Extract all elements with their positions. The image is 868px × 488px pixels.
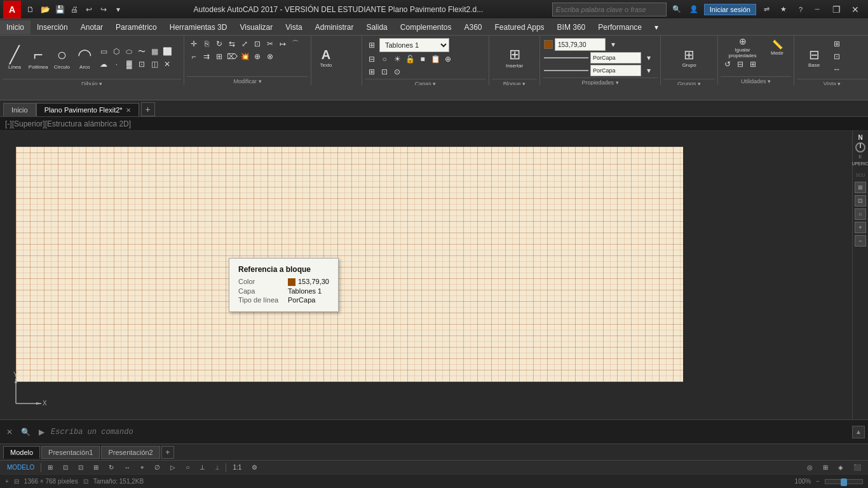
menu-visualizar[interactable]: Visualizar (233, 20, 279, 34)
layer-tool5[interactable]: ■ (417, 53, 428, 65)
menu-vista[interactable]: Vista (279, 20, 308, 34)
explode-btn[interactable]: 💥 (239, 51, 250, 62)
stretch-btn[interactable]: ⊡ (252, 38, 263, 50)
mirror-btn[interactable]: ⇆ (226, 38, 238, 50)
help-button[interactable]: ? (794, 3, 808, 17)
menu-herramientas3d[interactable]: Herramientas 3D (163, 20, 234, 34)
signin-button[interactable]: Iniciar sesión (704, 4, 756, 15)
menu-performance[interactable]: Performance (592, 20, 648, 34)
search-icon-btn[interactable]: 🔍 (670, 3, 684, 17)
rectangle-btn[interactable]: ▭ (98, 46, 109, 57)
measure-button[interactable]: 📏 Medir (764, 38, 790, 57)
presentation2-tab[interactable]: Presentación2 (101, 446, 159, 459)
zoom-slider[interactable] (825, 479, 863, 484)
view-btn3[interactable]: ↔ (831, 64, 843, 75)
model-status[interactable]: MODELO (3, 463, 38, 472)
menu-bim360[interactable]: BIM 360 (551, 20, 592, 34)
qaccess-expand[interactable]: ▾ (112, 3, 125, 16)
gradient-btn[interactable]: ▓ (123, 58, 135, 70)
view-btn2[interactable]: ⊡ (831, 51, 843, 62)
otrack-btn[interactable]: ↔ (120, 463, 134, 472)
osnap-btn[interactable]: ↻ (105, 463, 118, 472)
color-expand-btn[interactable]: ▾ (607, 39, 619, 50)
view-btn1[interactable]: ⊞ (831, 38, 843, 50)
layer-tool9[interactable]: ⊡ (379, 66, 390, 78)
menu-a360[interactable]: A360 (458, 20, 489, 34)
menu-administrar[interactable]: Administrar (309, 20, 360, 34)
base-button[interactable]: ⊟ Base (798, 38, 830, 78)
layer-tool10[interactable]: ⊙ (391, 66, 403, 78)
region-btn[interactable]: ⬜ (161, 46, 173, 57)
cmd-close-btn[interactable]: ✕ (3, 426, 16, 438)
polyline-button[interactable]: ⌐ Polilínea (27, 38, 50, 78)
undo-button[interactable]: ↩ (83, 3, 95, 16)
selcycle-btn[interactable]: ⊥ (196, 463, 209, 472)
util-btn2[interactable]: ⊟ (735, 58, 746, 70)
layer-properties-icon[interactable]: ⊞ (366, 39, 377, 51)
transparency-btn[interactable]: ○ (182, 463, 193, 472)
rotate-btn[interactable]: ↻ (214, 38, 225, 50)
fillet-btn[interactable]: ⌒ (290, 38, 301, 50)
cmd-expand-btn[interactable]: ▶ (35, 426, 48, 438)
menu-anotar[interactable]: Anotar (74, 20, 109, 34)
offset-btn[interactable]: ⇉ (201, 51, 212, 62)
minimize-button[interactable]: ─ (808, 3, 827, 17)
menu-featured-apps[interactable]: Featured Apps (489, 20, 551, 34)
ellipse-btn[interactable]: ⬭ (123, 46, 135, 57)
properties-group-label[interactable]: Propiedades ▾ (543, 78, 658, 85)
polygon-btn[interactable]: ⬡ (111, 46, 122, 57)
boundary-btn[interactable]: ⊡ (136, 58, 147, 70)
snap-btn[interactable]: ⊡ (59, 463, 72, 472)
tab-drawing-close[interactable]: ✕ (126, 107, 131, 114)
close-button[interactable]: ✕ (846, 3, 865, 17)
redo-button[interactable]: ↪ (97, 3, 110, 16)
model-tab[interactable]: Modelo (3, 446, 40, 459)
color-swatch[interactable] (544, 40, 553, 49)
chamfer-btn[interactable]: ⌐ (188, 51, 200, 62)
menu-inicio[interactable]: Inicio (0, 20, 31, 34)
right-btn4[interactable]: + (855, 222, 866, 233)
annotation-scale-btn[interactable]: ◎ (803, 463, 817, 472)
scale-btn[interactable]: ⤢ (239, 38, 250, 50)
move-btn[interactable]: ✛ (188, 38, 200, 50)
layer-tool2[interactable]: ○ (379, 53, 390, 65)
user-icon-btn[interactable]: 👤 (687, 3, 701, 17)
block-group-label[interactable]: Bloque ▾ (492, 79, 537, 85)
menu-parametrico[interactable]: Paramétrico (109, 20, 163, 34)
modify-group-label[interactable]: Modificar ▾ (187, 76, 308, 85)
groups-group-label[interactable]: Grupos ▾ (663, 79, 715, 85)
ortho-btn[interactable]: ⊡ (74, 463, 87, 472)
open-button[interactable]: 📂 (39, 3, 51, 16)
menu-insercion[interactable]: Inserción (31, 20, 74, 34)
polar-btn[interactable]: ⊞ (90, 463, 102, 472)
workspace-btn[interactable]: ⊞ (819, 463, 832, 472)
new-button[interactable]: 🗋 (24, 3, 37, 16)
fullscreen-btn[interactable]: ⬛ (850, 463, 865, 472)
layer-tool6[interactable]: 📋 (430, 53, 441, 65)
join-btn[interactable]: ⊕ (252, 51, 263, 62)
cmd-scroll-btn[interactable]: ▲ (852, 426, 865, 438)
hatch-btn[interactable]: ▦ (149, 46, 160, 57)
line-button[interactable]: ╱ Línea (4, 38, 25, 78)
cloud-btn[interactable]: ☁ (98, 58, 109, 70)
tab-drawing[interactable]: Plano Pavimento Flexit2* ✕ (36, 103, 139, 116)
menu-complementos[interactable]: Complementos (394, 20, 458, 34)
canvas-area[interactable]: Referencia a bloque Color 153,79,30 Capa… (0, 131, 852, 419)
linetype1-expand[interactable]: ▾ (643, 52, 654, 64)
cmd-search-btn[interactable]: 🔍 (19, 426, 32, 438)
circle-button[interactable]: ○ Círculo (51, 38, 72, 78)
arc-button[interactable]: ◠ Arco (74, 38, 95, 78)
layer-tool7[interactable]: ⊕ (442, 53, 454, 65)
array-btn[interactable]: ⊞ (214, 51, 225, 62)
toolbar-btn[interactable]: ◈ (834, 463, 847, 472)
presentation1-tab[interactable]: Presentación1 (41, 446, 100, 459)
linetype2-expand[interactable]: ▾ (643, 65, 654, 76)
erase-btn[interactable]: ⌦ (226, 51, 238, 62)
layer-selector[interactable]: Tablones 1 (379, 38, 449, 52)
right-btn2[interactable]: ⊡ (855, 195, 866, 207)
compass-ring[interactable] (855, 142, 865, 152)
text-button[interactable]: A Texto (315, 38, 337, 78)
save-button[interactable]: 💾 (53, 3, 66, 16)
tab-inicio[interactable]: Inicio (3, 103, 36, 116)
zoom-out-btn[interactable]: − (816, 478, 820, 485)
